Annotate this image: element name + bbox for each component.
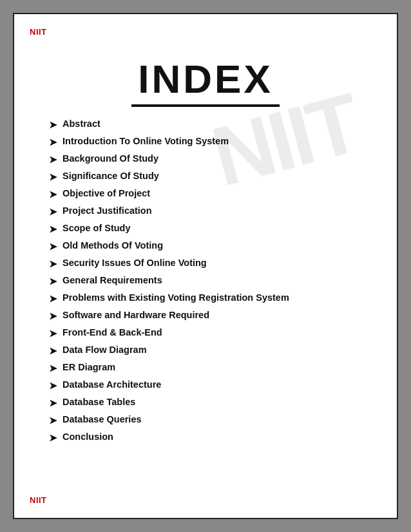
arrow-icon: ➤ (49, 241, 57, 252)
list-item: ➤Old Methods Of Voting (49, 240, 381, 252)
list-item-label: Abstract (62, 119, 100, 129)
index-list: ➤Abstract➤Introduction To Online Voting … (49, 119, 381, 444)
arrow-icon: ➤ (49, 154, 57, 166)
list-item-label: General Requirements (62, 275, 162, 285)
list-item: ➤Significance Of Study (49, 171, 381, 183)
list-item: ➤Background Of Study (49, 153, 381, 166)
arrow-icon: ➤ (49, 415, 57, 426)
list-item-label: Problems with Existing Voting Registrati… (62, 292, 289, 303)
header-niit: NIIT (30, 27, 381, 37)
list-item: ➤Database Architecture (49, 379, 381, 392)
arrow-icon: ➤ (49, 189, 57, 200)
list-item-label: Old Methods Of Voting (62, 240, 163, 251)
list-item-label: Data Flow Diagram (62, 345, 147, 355)
list-item: ➤Objective of Project (49, 188, 381, 200)
list-item: ➤Conclusion (49, 432, 381, 444)
list-item: ➤Software and Hardware Required (49, 310, 381, 322)
list-item: ➤Data Flow Diagram (49, 345, 381, 357)
list-item-label: Database Queries (62, 414, 142, 424)
list-item-label: Security Issues Of Online Voting (62, 258, 207, 268)
arrow-icon: ➤ (49, 310, 57, 322)
arrow-icon: ➤ (49, 223, 57, 235)
list-item: ➤Front-End & Back-End (49, 327, 381, 339)
list-item: ➤Security Issues Of Online Voting (49, 258, 381, 270)
list-item-label: Objective of Project (62, 188, 150, 198)
list-item: ➤General Requirements (49, 275, 381, 287)
list-item: ➤ER Diagram (49, 362, 381, 374)
title-wrapper: INDEX (30, 56, 381, 107)
list-item-label: Significance Of Study (62, 171, 159, 181)
list-item: ➤Project Justification (49, 205, 381, 218)
arrow-icon: ➤ (49, 119, 57, 131)
list-item-label: Project Justification (62, 205, 152, 216)
list-item-label: Software and Hardware Required (62, 310, 209, 320)
arrow-icon: ➤ (49, 345, 57, 357)
arrow-icon: ➤ (49, 258, 57, 270)
page-title: INDEX (131, 56, 279, 107)
arrow-icon: ➤ (49, 380, 57, 392)
arrow-icon: ➤ (49, 206, 57, 218)
page: NIIT NIIT INDEX ➤Abstract➤Introduction T… (13, 13, 398, 519)
arrow-icon: ➤ (49, 137, 57, 148)
list-item-label: Background Of Study (62, 153, 158, 164)
list-item: ➤Database Tables (49, 397, 381, 409)
list-item: ➤Problems with Existing Voting Registrat… (49, 292, 381, 305)
arrow-icon: ➤ (49, 397, 57, 409)
arrow-icon: ➤ (49, 276, 57, 287)
arrow-icon: ➤ (49, 293, 57, 305)
list-item: ➤Introduction To Online Voting System (49, 136, 381, 148)
arrow-icon: ➤ (49, 363, 57, 374)
list-item-label: Introduction To Online Voting System (62, 136, 229, 146)
list-item-label: Database Tables (62, 397, 135, 407)
footer-niit: NIIT (30, 495, 47, 505)
list-item-label: Database Architecture (62, 379, 161, 390)
list-item-label: Scope of Study (62, 223, 131, 233)
list-item: ➤Abstract (49, 119, 381, 131)
list-item-label: Conclusion (62, 432, 113, 442)
list-item: ➤Database Queries (49, 414, 381, 426)
arrow-icon: ➤ (49, 171, 57, 183)
arrow-icon: ➤ (49, 328, 57, 339)
arrow-icon: ➤ (49, 432, 57, 444)
list-item-label: ER Diagram (62, 362, 115, 372)
list-item: ➤Scope of Study (49, 223, 381, 235)
list-item-label: Front-End & Back-End (62, 327, 162, 337)
